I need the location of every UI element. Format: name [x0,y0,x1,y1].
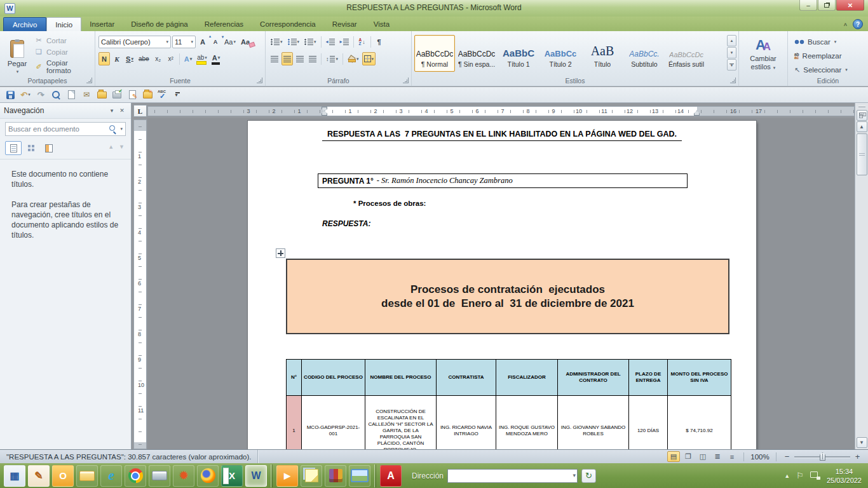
table-cell-codigo[interactable]: MCO-GADPRSP-2021-001 [302,396,365,450]
search-icon[interactable] [109,125,117,133]
scrollbar-thumb[interactable] [857,133,867,175]
taskbar-sticky-notes-button[interactable] [301,465,322,487]
find-button[interactable]: Buscar▾ [794,36,836,48]
taskbar-paint-button[interactable]: ✎ [28,465,50,487]
contracts-banner[interactable]: Procesos de contratación ejecutados desd… [286,259,729,334]
numbering-button[interactable]: ▾ [286,35,302,48]
borders-button[interactable]: ▾ [362,52,376,65]
qat-customize-button[interactable] [172,89,184,101]
style-título[interactable]: AaBTítulo [582,35,623,72]
font-size-combo[interactable]: 11▾ [172,36,196,48]
tab-inicio[interactable]: Inicio [46,17,81,31]
taskbar-excel-button[interactable]: X [221,465,243,487]
styles-dialog-launcher[interactable] [730,78,736,83]
align-left-button[interactable] [269,52,280,65]
table-cell-plazo[interactable]: 120 DÍAS [629,396,668,450]
cut-button[interactable]: ✂ Cortar [34,36,95,44]
paragraph-dialog-launcher[interactable] [403,78,409,83]
refresh-button[interactable]: ↻ [581,469,596,483]
outline-view-button[interactable]: ≣ [711,451,724,462]
table-header-cell[interactable]: CONTRATISTA [437,360,496,396]
new-document-button[interactable] [65,89,78,101]
clipboard-dialog-launcher[interactable] [86,78,92,83]
table-header-cell[interactable]: FISCALIZADOR [496,360,558,396]
table-cell-fiscalizador[interactable]: ING. ROQUE GUSTAVO MENDOZA MERO [496,396,558,450]
tab-selector[interactable]: L [133,105,147,117]
subscript-button[interactable]: x₂ [153,52,164,65]
taskbar-autocad-button[interactable]: A [380,465,402,487]
strikethrough-button[interactable]: abe [137,52,151,65]
styles-more-button[interactable]: ▼ [727,59,736,71]
clear-formatting-button[interactable]: Aa [239,35,252,48]
address-input[interactable] [448,470,577,482]
spelling-button[interactable] [156,89,169,101]
style--normal[interactable]: AaBbCcDc¶ Normal [414,35,455,72]
table-cell-nombre[interactable]: CONSTRUCCIÓN DE ESCALINATA EN EL CALLEJÓ… [365,396,437,450]
table-move-handle[interactable] [276,248,285,258]
bullets-button[interactable]: ▾ [269,35,285,48]
table-header-cell[interactable]: NOMBRE DEL PROCESO [365,360,437,396]
tab-archivo[interactable]: Archivo [3,17,46,31]
style-título-1[interactable]: AaBbCTítulo 1 [498,35,539,72]
undo-button[interactable]: ↶▾ [19,89,32,101]
open-button[interactable] [95,89,108,101]
show-marks-button[interactable]: ¶ [374,35,385,48]
table-header-cell[interactable]: MONTO DEL PROCESO SIN IVA [668,360,731,396]
scroll-up-button[interactable]: ▲ [857,121,867,132]
underline-button[interactable]: S▾ [124,52,135,65]
taskbar-calculator-button[interactable]: ▦ [4,465,25,487]
increase-indent-button[interactable]: ▸ [338,35,351,48]
document-page[interactable]: RESPUESTA A LAS 7 PREGUNTAS EN EL LINK H… [248,121,756,449]
styles-scroll-up[interactable]: ▲ [727,35,736,46]
zoom-out-button[interactable]: − [782,451,792,462]
nav-tab-pages[interactable] [23,141,39,155]
next-result-icon[interactable]: ▼ [119,144,125,150]
shrink-font-button[interactable]: A [210,35,221,48]
taskbar-firefox-button[interactable] [197,465,219,487]
close-button[interactable]: ✕ [836,0,864,11]
taskbar-nero-burning-button[interactable]: ✹ [173,465,194,487]
taskbar-outlook-button[interactable]: O [52,465,74,487]
align-right-button[interactable] [294,52,306,65]
font-color-button[interactable]: A▾ [210,52,222,65]
taskbar-clock[interactable]: 15:34 25/03/2022 [827,467,862,485]
line-spacing-button[interactable]: ↕▾ [324,52,340,65]
grow-font-button[interactable]: A [197,35,208,48]
style--sin-espa-[interactable]: AaBbCcDc¶ Sin espa... [456,35,497,72]
tab-insertar[interactable]: Insertar [81,17,123,31]
table-header-cell[interactable]: ADMINIS­TRADOR DEL CONTRATO [558,360,629,396]
address-dropdown-icon[interactable]: ▾ [573,472,576,478]
split-handle[interactable] [855,103,868,109]
fullscreen-reading-view-button[interactable]: ❐ [682,451,695,462]
save-button[interactable] [4,89,17,101]
taskbar-media-player-button[interactable]: ▶ [276,465,298,487]
style-subtítulo[interactable]: AaBbCc.Subtítulo [624,35,665,72]
ruler-toggle-button[interactable] [857,110,867,121]
navigation-pane-close-icon[interactable]: ✕ [117,105,127,116]
action-center-flag-icon[interactable]: ⚐ [796,471,804,480]
zoom-slider[interactable] [794,451,850,462]
tab-dise-o-de-p-gina[interactable]: Diseño de página [123,17,196,31]
table-cell-monto[interactable]: $ 74,710.92 [668,396,731,450]
taskbar-winrar-button[interactable] [325,465,346,487]
superscript-button[interactable]: x² [165,52,177,65]
styles-scroll-down[interactable]: ▼ [727,47,736,58]
text-effects-button[interactable]: A▾ [182,52,194,65]
contracts-table[interactable]: N°CODIGO DEL PROCESONOMBRE DEL PROCESOCO… [286,359,731,449]
print-layout-view-button[interactable]: ▤ [667,451,680,462]
network-icon[interactable] [810,471,820,480]
favorites-folder-button[interactable] [141,89,154,101]
table-cell-administrador[interactable]: ING. GIOVANNY SABANDO ROBLES [558,396,629,450]
align-center-button[interactable] [281,52,293,65]
nav-tab-results[interactable] [41,141,57,155]
minimize-button[interactable]: – [799,0,817,11]
hidden-icons-chevron[interactable]: ▲ [784,473,790,479]
italic-button[interactable]: K [111,52,123,65]
search-options-icon[interactable]: ▾ [120,126,123,132]
redo-button[interactable]: ↷ [34,89,47,101]
quick-print-button[interactable] [111,89,123,101]
nav-tab-headings[interactable] [5,141,22,155]
print-preview-button[interactable] [50,89,62,101]
justify-button[interactable] [307,52,318,65]
taskbar-photo-viewer-button[interactable] [349,465,370,487]
